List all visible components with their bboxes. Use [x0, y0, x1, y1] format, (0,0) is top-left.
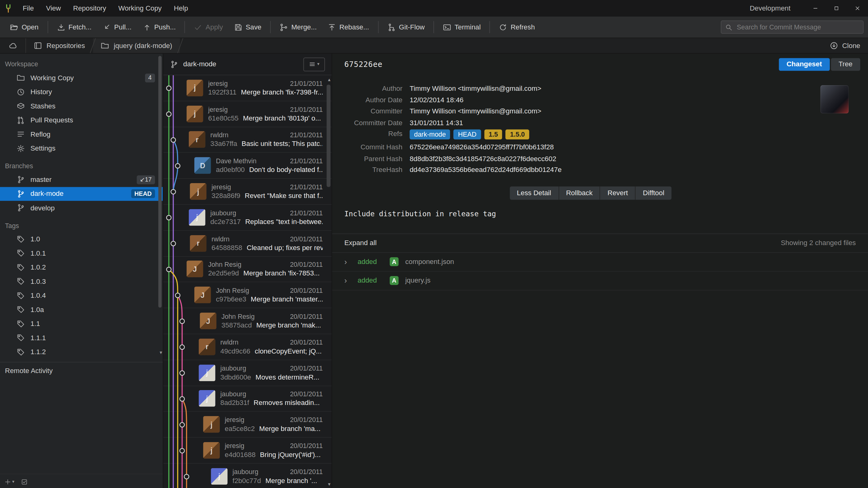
breadcrumb-current-repo-tab[interactable]: jquery (dark-mode) [93, 38, 180, 53]
commit-row[interactable]: jjaubourg20/01/20118ad2b31fRemoves misle… [163, 386, 332, 412]
sidebar-item-stashes[interactable]: Stashes [0, 99, 163, 113]
list-options-button[interactable]: ▾ [304, 57, 325, 71]
terminal-icon [443, 23, 452, 31]
sidebar-item-develop[interactable]: develop [0, 201, 163, 215]
commit-hash: e4d01688 [225, 451, 255, 459]
toolbar-button-label: Terminal [455, 23, 480, 31]
ref-badge-head[interactable]: HEAD [454, 130, 481, 139]
toolbar-merge[interactable]: Merge... [274, 19, 322, 35]
commit-row[interactable]: jjaubourg20/01/2011f2b0c77dMerge branch … [163, 463, 332, 488]
remotes-button[interactable] [0, 38, 25, 53]
commit-date: 20/01/2011 [287, 287, 323, 294]
revert-button[interactable]: Revert [600, 186, 636, 199]
commit-row[interactable]: JJohn Resig20/01/20112e2d5e9dMerge branc… [163, 257, 332, 283]
commit-row[interactable]: rrwldrn21/01/201133a67ffaBasic unit test… [163, 127, 332, 153]
sidebar-item-1-0-3[interactable]: 1.0.3 [0, 274, 163, 289]
maximize-button[interactable] [826, 0, 847, 17]
menu-working-copy[interactable]: Working Copy [112, 0, 168, 17]
checkbox-tool-button[interactable] [21, 478, 28, 485]
sidebar-item-1-1-2[interactable]: 1.1.2 [0, 345, 163, 359]
commit-row[interactable]: jjaubourg21/01/2011dc2e7317Replaces "tex… [163, 205, 332, 231]
sidebar-item-1-1[interactable]: 1.1 [0, 317, 163, 331]
menu-view[interactable]: View [40, 0, 67, 17]
detail-field-label: Committer [344, 107, 403, 116]
add-repository-button[interactable]: ▾ [4, 478, 14, 485]
file-expand-chevron-icon[interactable]: › [344, 257, 351, 266]
commit-row[interactable]: jjeresig20/01/2011e4d01688Bring jQuery('… [163, 438, 332, 464]
commit-row[interactable]: rrwldrn20/01/201149cd9c66cloneCopyEvent;… [163, 334, 332, 360]
commit-row[interactable]: jjeresig20/01/2011ea5ce8c2Merge branch '… [163, 412, 332, 438]
scroll-up-arrow[interactable]: ▴ [328, 77, 331, 83]
sidebar-item-1-0[interactable]: 1.0 [0, 232, 163, 246]
rollback-button[interactable]: Rollback [559, 186, 600, 199]
sidebar-scrollbar-thumb[interactable] [158, 56, 162, 307]
sidebar-item-1-0-1[interactable]: 1.0.1 [0, 246, 163, 261]
sidebar-item-settings[interactable]: Settings [0, 141, 163, 156]
clone-button[interactable]: Clone [822, 38, 868, 53]
breadcrumb-repositories[interactable]: Repositories [26, 38, 93, 53]
minimize-button[interactable] [805, 0, 826, 17]
file-expand-chevron-icon[interactable]: › [344, 276, 351, 285]
toolbar-push[interactable]: Push... [137, 19, 181, 35]
app-logo [0, 4, 17, 13]
less-detail-button[interactable]: Less Detail [509, 186, 559, 199]
toolbar-open[interactable]: Open [4, 19, 44, 35]
toolbar-terminal[interactable]: Terminal [437, 19, 486, 35]
changed-file-row[interactable]: ›addedAcomponent.json [332, 253, 868, 271]
branches-section-label: Branches [0, 156, 163, 172]
scroll-down-arrow[interactable]: ▾ [328, 482, 331, 487]
view-toggle-changeset[interactable]: Changeset [779, 58, 830, 71]
ref-badge-dark-mode[interactable]: dark-mode [409, 130, 450, 139]
commit-row-text: jaubourg20/01/20118ad2b31fRemoves mislea… [220, 390, 323, 407]
toolbar-pull[interactable]: Pull... [97, 19, 137, 35]
sidebar-item-history[interactable]: History [0, 85, 163, 99]
sidebar-item-1-1-3[interactable]: 1.1.3 [0, 359, 163, 362]
sidebar-item-1-1-1[interactable]: 1.1.1 [0, 331, 163, 345]
commit-row[interactable]: jjeresig21/01/201161e80c55Merge branch '… [163, 101, 332, 127]
sidebar-item-pull-requests[interactable]: Pull Requests [0, 113, 163, 127]
sidebar-item-master[interactable]: master↙17 [0, 172, 163, 187]
toolbar-refresh[interactable]: Refresh [494, 19, 540, 35]
toolbar-rebase[interactable]: Rebase... [322, 19, 374, 35]
commit-search-box[interactable] [721, 21, 864, 34]
toolbar-divider [433, 21, 434, 33]
sidebar-scroll-down-arrow[interactable]: ▾ [160, 350, 162, 355]
sidebar-item-1-0-4[interactable]: 1.0.4 [0, 289, 163, 303]
ref-badge-1-5[interactable]: 1.5 [484, 130, 502, 139]
changed-file-row[interactable]: ›addedAjquery.js [332, 271, 868, 290]
commit-row[interactable]: rrwldrn20/01/201164588858Cleaned up; fix… [163, 230, 332, 257]
expand-all-button[interactable]: Expand all [344, 239, 377, 247]
commit-row[interactable]: JJohn Resig20/01/2011c97b6ee3Merge branc… [163, 282, 332, 308]
toolbar-save[interactable]: Save [228, 19, 267, 35]
commit-list-scrollbar-thumb[interactable] [327, 85, 331, 187]
menu-file[interactable]: File [17, 0, 40, 17]
avatar: j [187, 79, 204, 96]
difftool-button[interactable]: Difftool [636, 186, 672, 199]
search-input[interactable] [736, 23, 859, 32]
toolbar-apply[interactable]: Apply [188, 19, 228, 35]
sidebar-item-1-0a[interactable]: 1.0a [0, 303, 163, 317]
sidebar-item-1-0-2[interactable]: 1.0.2 [0, 260, 163, 274]
commit-row[interactable]: jjeresig21/01/20111922f311Merge branch '… [163, 75, 332, 101]
ref-badge-1-5-0[interactable]: 1.5.0 [506, 130, 529, 139]
workspace-section-label: Workspace [0, 54, 163, 71]
close-button[interactable] [847, 0, 868, 17]
commit-row[interactable]: jjaubourg20/01/20113dbd600eMoves determi… [163, 360, 332, 386]
sidebar-item-dark-mode[interactable]: dark-modeHEAD [0, 187, 163, 201]
app-window: FileViewRepositoryWorking CopyHelp Devel… [0, 0, 868, 488]
menu-repository[interactable]: Repository [67, 0, 112, 17]
toolbar-fetch[interactable]: Fetch... [51, 19, 97, 35]
toolbar-git-flow[interactable]: Git-Flow [382, 19, 430, 35]
commit-list-scrollbar[interactable]: ▴ ▾ [326, 75, 332, 488]
detail-field-value: Timmy Willison <timmywillisn@gmail.com> [409, 85, 541, 93]
sidebar-scrollbar[interactable] [158, 56, 162, 362]
avatar: J [194, 287, 211, 303]
sidebar-item-working-copy[interactable]: Working Copy4 [0, 71, 163, 85]
commit-row[interactable]: jjeresig21/01/2011328a86f9Revert "Make s… [163, 179, 332, 205]
sidebar-item-reflog[interactable]: Reflog [0, 127, 163, 141]
commit-row[interactable]: JJohn Resig20/01/201135875acdMerge branc… [163, 308, 332, 334]
view-toggle-tree[interactable]: Tree [831, 58, 860, 71]
commit-rows: jjeresig21/01/20111922f311Merge branch '… [163, 75, 332, 488]
menu-help[interactable]: Help [168, 0, 194, 17]
commit-row[interactable]: DDave Methvin21/01/2011ad0ebf00Don't do … [163, 153, 332, 179]
